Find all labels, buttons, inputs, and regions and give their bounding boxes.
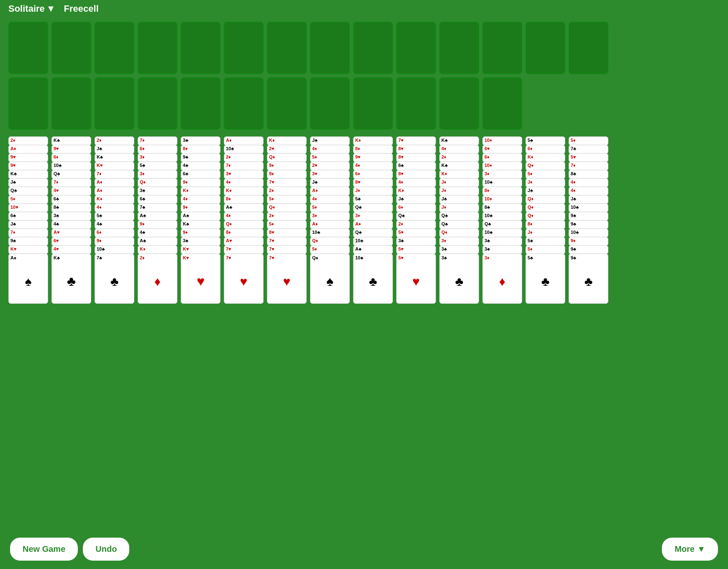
card[interactable]: 9♦ <box>181 178 220 187</box>
undo-button[interactable]: Undo <box>83 538 129 561</box>
card[interactable]: A♣ <box>138 212 177 221</box>
freecell-slot-11[interactable] <box>439 22 479 74</box>
card[interactable]: A♦ <box>95 178 134 187</box>
card[interactable]: 9♦ <box>181 203 220 213</box>
card[interactable]: 8♦ <box>224 195 264 204</box>
foundation-slot-2[interactable] <box>51 77 91 130</box>
card[interactable]: 5♣ <box>95 212 134 221</box>
card[interactable]: 6♣ <box>8 212 48 221</box>
card[interactable]: A♥ <box>51 228 91 238</box>
card[interactable]: 5♦ <box>525 170 565 179</box>
new-game-button[interactable]: New Game <box>10 538 78 561</box>
card[interactable]: 7♥ ♥ <box>224 254 264 304</box>
foundation-slot-4[interactable] <box>138 77 177 130</box>
card[interactable]: 7♥ <box>267 178 307 187</box>
card[interactable]: 4♦ <box>310 145 350 154</box>
card[interactable]: K♣ <box>439 161 479 171</box>
card[interactable]: 8♦ <box>353 145 393 154</box>
card[interactable]: 4♦ <box>224 212 264 221</box>
card[interactable]: 4♣ <box>138 228 177 238</box>
card[interactable]: Q♦ <box>439 228 479 238</box>
foundation-slot-3[interactable] <box>95 77 134 130</box>
card[interactable]: 8♥ <box>396 153 436 162</box>
card[interactable]: 5♦ <box>525 245 565 254</box>
card[interactable]: 7♣ <box>138 203 177 213</box>
foundation-slot-8[interactable] <box>310 77 350 130</box>
card[interactable]: K♣ <box>51 136 91 146</box>
card[interactable]: 9♣ <box>569 212 608 221</box>
card[interactable]: 9♣ <box>8 237 48 246</box>
card[interactable]: 3♦ <box>138 153 177 162</box>
card[interactable]: K♣ <box>439 136 479 146</box>
card[interactable]: 3♣ ♣ <box>439 254 479 304</box>
freecell-slot-12[interactable] <box>482 22 522 74</box>
card[interactable]: 4♦ <box>181 195 220 204</box>
card[interactable]: 2♦ <box>95 136 134 146</box>
card[interactable]: 9♦ <box>267 170 307 179</box>
card[interactable]: 6♣ <box>138 195 177 204</box>
freecell-slot-8[interactable] <box>310 22 350 74</box>
card[interactable]: K♦ <box>396 187 436 196</box>
card[interactable]: K♦ <box>525 153 565 162</box>
card[interactable]: J♣ <box>569 195 608 204</box>
card[interactable]: 4♣ <box>51 220 91 229</box>
card[interactable]: K♥ <box>95 161 134 171</box>
card[interactable]: 5♥ ♥ <box>396 254 436 304</box>
card[interactable]: 4♥ <box>51 187 91 196</box>
card[interactable]: A♣ <box>181 212 220 221</box>
card[interactable]: Q♦ <box>525 212 565 221</box>
card[interactable]: 7♥ <box>267 245 307 254</box>
card[interactable]: 8♦ <box>224 228 264 238</box>
card[interactable]: J♣ <box>525 187 565 196</box>
card[interactable]: 6♦ <box>51 153 91 162</box>
card[interactable]: 5♦ <box>310 153 350 162</box>
foundation-slot-10[interactable] <box>396 77 436 130</box>
card[interactable]: 6♦ <box>353 170 393 179</box>
card[interactable]: 3♦ <box>353 212 393 221</box>
card[interactable]: 3♣ <box>138 187 177 196</box>
card[interactable]: 7♥ ♥ <box>267 254 307 304</box>
card[interactable]: 3♣ <box>482 237 522 246</box>
card[interactable]: 9♦ <box>267 161 307 171</box>
card[interactable]: J♣ <box>8 178 48 187</box>
card[interactable]: 6♣ <box>51 195 91 204</box>
foundation-slot-12[interactable] <box>482 77 522 130</box>
card[interactable]: Q♦ <box>525 203 565 213</box>
card[interactable]: A♣ <box>353 245 393 254</box>
card[interactable]: 8♥ <box>396 170 436 179</box>
card[interactable]: 8♥ <box>267 228 307 238</box>
card[interactable]: 2♦ <box>224 153 264 162</box>
card[interactable]: K♣ <box>95 153 134 162</box>
card[interactable]: 10♦ <box>482 161 522 171</box>
card[interactable]: K♥ ♥ <box>181 254 220 304</box>
card[interactable]: 5♦ <box>8 195 48 204</box>
card[interactable]: 4♦ <box>396 178 436 187</box>
card[interactable]: Q♣ <box>439 212 479 221</box>
card[interactable]: 9♣ <box>181 153 220 162</box>
card[interactable]: J♣ <box>310 136 350 146</box>
card[interactable]: 4♦ <box>353 161 393 171</box>
card[interactable]: K♣ <box>181 220 220 229</box>
game-title-dropdown[interactable]: Solitaire ▼ <box>8 3 56 14</box>
card[interactable]: A♠ ♠ <box>8 254 48 304</box>
card[interactable]: K♦ <box>353 136 393 146</box>
card[interactable]: Q♦ <box>267 153 307 162</box>
card[interactable]: 7♦ <box>51 178 91 187</box>
card[interactable]: 2♥ <box>310 161 350 171</box>
card[interactable]: 8♦ <box>525 220 565 229</box>
card[interactable]: 7♦ <box>224 161 264 171</box>
card[interactable]: 3♣ <box>482 245 522 254</box>
freecell-slot-4[interactable] <box>138 22 177 74</box>
card[interactable]: J♣ <box>310 178 350 187</box>
card[interactable]: 7♦ <box>8 228 48 238</box>
card[interactable]: 4♣ <box>181 161 220 171</box>
card[interactable]: 10♦ <box>482 195 522 204</box>
card[interactable]: 8♦ <box>181 145 220 154</box>
card[interactable]: 4♣ <box>95 220 134 229</box>
card[interactable]: Q♦ <box>525 161 565 171</box>
card[interactable]: 7♦ <box>569 161 608 171</box>
card[interactable]: 9♦ <box>181 228 220 238</box>
card[interactable]: A♣ <box>224 203 264 213</box>
card[interactable]: 5♥ <box>569 153 608 162</box>
card[interactable]: Q♣ <box>439 220 479 229</box>
